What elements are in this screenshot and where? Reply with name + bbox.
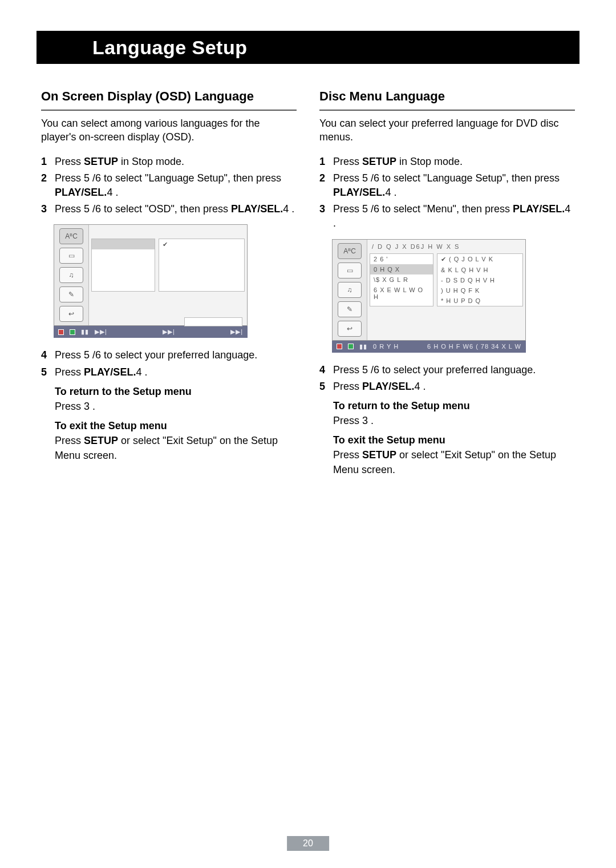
video-tab-icon: ▭	[59, 248, 83, 264]
exit-tab-icon: ↩	[338, 321, 362, 337]
osd-left-list: 2 6 ' 0 H Q X \$ X G L R 6 X E W L W O H	[370, 253, 433, 306]
lang-tab-icon: AᴮC	[338, 243, 362, 259]
tools-tab-icon: ✎	[59, 286, 83, 302]
step-number: 2	[41, 171, 55, 200]
title-accent-box	[38, 32, 83, 63]
step-number: 4	[41, 348, 55, 362]
manual-page: Language Setup On Screen Display (OSD) L…	[0, 0, 616, 868]
step-number: 4	[319, 363, 333, 377]
osd-right-list: ✔( Q J O L V K & K L Q H V H - D S D Q H…	[437, 253, 523, 306]
section-heading: Disc Menu Language	[319, 89, 575, 111]
return-heading: To return to the Setup menu	[333, 398, 575, 413]
exit-body: Press SETUP or select "Exit Setup" on th…	[55, 433, 297, 463]
osd-right-list: ✔	[159, 239, 245, 292]
step-number: 3	[41, 202, 55, 216]
audio-tab-icon: ♫	[338, 282, 362, 298]
return-body: Press 3 .	[333, 413, 575, 428]
step-number: 5	[319, 380, 333, 394]
step-number: 1	[41, 155, 55, 169]
footer-move-label: 0 R Y H	[373, 343, 399, 350]
footer-dot-icon	[337, 344, 342, 349]
step-text: Press SETUP in Stop mode.	[333, 155, 575, 169]
step-text: Press PLAY/SEL.4 .	[333, 380, 575, 394]
lang-tab-icon: AᴮC	[59, 228, 83, 244]
step-text: Press 5 /6 to select your preferred lang…	[55, 348, 297, 362]
osd-screenshot-right: AᴮC ▭ ♫ ✎ ↩ / D Q J X D6J H W X S 2 6 ' …	[332, 239, 526, 353]
disc-menu-language-section: Disc Menu Language You can select your p…	[319, 89, 575, 477]
osd-screenshot-left: AᴮC ▭ ♫ ✎ ↩ ✔	[54, 224, 248, 338]
audio-tab-icon: ♫	[59, 267, 83, 283]
footer-dot-icon	[348, 344, 354, 349]
step-text: Press 5 /6 to select "Menu", then press …	[333, 202, 575, 231]
step-number: 3	[319, 202, 333, 231]
step-text: Press PLAY/SEL.4 .	[55, 365, 297, 380]
osd-language-section: On Screen Display (OSD) Language You can…	[41, 89, 297, 477]
footer-dot-icon	[58, 329, 64, 335]
osd-title	[91, 227, 245, 236]
check-icon: ✔	[441, 256, 447, 263]
footer-pause-icon: ▮▮	[81, 328, 89, 336]
section-intro: You can select your preferred language f…	[319, 116, 575, 144]
footer-skip-icon: ▶▶|	[163, 328, 175, 336]
osd-footer: ▮▮ 0 R Y H 6 H O H F W6 ( 78 34 X L W	[332, 341, 526, 353]
video-tab-icon: ▭	[338, 263, 362, 278]
footer-skip-icon: ▶▶|	[95, 328, 107, 336]
return-body: Press 3 .	[55, 399, 297, 414]
osd-title: / D Q J X D6J H W X S	[370, 242, 523, 251]
step-number: 1	[319, 155, 333, 169]
step-number: 2	[319, 171, 333, 200]
section-intro: You can select among various languages f…	[41, 116, 297, 144]
exit-body: Press SETUP or select "Exit Setup" on th…	[333, 447, 575, 477]
osd-left-list	[91, 239, 155, 292]
exit-heading: To exit the Setup menu	[333, 433, 575, 447]
footer-skip-icon: ▶▶|	[230, 328, 243, 336]
footer-select-label: 6 H O H F W6 ( 78 34 X L W	[427, 343, 521, 350]
step-text: Press 5 /6 to select "OSD", then press P…	[55, 202, 297, 216]
osd-hint-box	[184, 317, 242, 326]
step-text: Press 5 /6 to select your preferred lang…	[333, 363, 575, 377]
tools-tab-icon: ✎	[338, 301, 362, 317]
page-number: 20	[287, 836, 329, 851]
check-icon: ✔	[163, 241, 168, 248]
page-title: Language Setup	[83, 32, 578, 63]
step-text: Press SETUP in Stop mode.	[55, 155, 297, 169]
exit-heading: To exit the Setup menu	[55, 418, 297, 433]
osd-footer: ▮▮ ▶▶| ▶▶| ▶▶|	[54, 326, 248, 338]
footer-dot-icon	[70, 329, 75, 335]
return-heading: To return to the Setup menu	[55, 384, 297, 399]
step-number: 5	[41, 365, 55, 380]
step-text: Press 5 /6 to select "Language Setup", t…	[333, 171, 575, 200]
section-heading: On Screen Display (OSD) Language	[41, 89, 297, 111]
exit-tab-icon: ↩	[59, 306, 83, 322]
footer-pause-icon: ▮▮	[359, 343, 367, 350]
step-text: Press 5 /6 to select "Language Setup", t…	[55, 171, 297, 200]
